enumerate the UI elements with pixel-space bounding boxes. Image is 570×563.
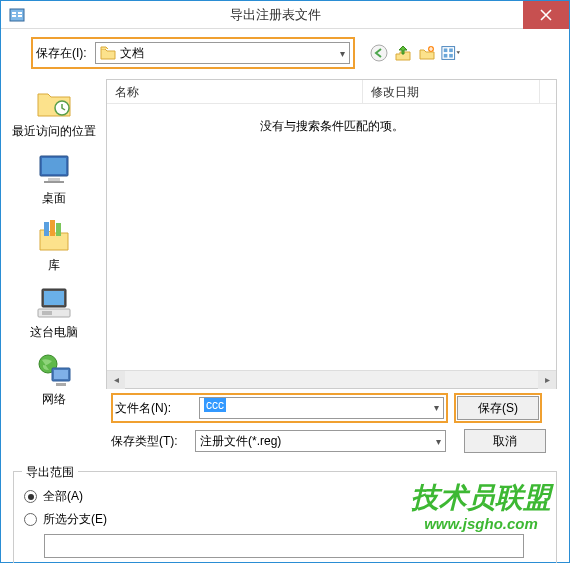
save-button[interactable]: 保存(S): [457, 396, 539, 420]
filetype-row: 保存类型(T): 注册文件(*.reg) ▾ 取消: [111, 429, 557, 453]
radio-branch-label: 所选分支(E): [43, 511, 107, 528]
up-icon: [394, 44, 412, 62]
svg-rect-2: [12, 15, 16, 17]
svg-rect-10: [443, 54, 447, 58]
filename-label: 文件名(N):: [115, 400, 193, 417]
filename-row: 文件名(N): ccc ▾ 保存(S): [111, 393, 557, 423]
sidebar-label: 库: [48, 257, 60, 274]
svg-rect-8: [443, 48, 447, 52]
titlebar: 导出注册表文件: [1, 1, 569, 29]
svg-rect-19: [56, 223, 61, 236]
column-spacer: [540, 80, 556, 103]
places-sidebar: 最近访问的位置 桌面 库 这台电脑: [1, 79, 106, 389]
filetype-label: 保存类型(T):: [111, 433, 189, 450]
svg-point-5: [371, 45, 387, 61]
window-title: 导出注册表文件: [27, 6, 523, 24]
filename-highlight: 文件名(N): ccc ▾: [111, 393, 448, 423]
svg-rect-17: [44, 222, 49, 236]
main-area: 最近访问的位置 桌面 库 这台电脑: [1, 79, 569, 389]
nav-icons: [369, 43, 461, 63]
savein-highlight: 保存在(I): 文档 ▾: [31, 37, 355, 69]
radio-branch[interactable]: [24, 513, 37, 526]
chevron-down-icon: ▾: [434, 402, 439, 413]
svg-rect-1: [12, 12, 16, 14]
svg-rect-26: [54, 370, 68, 379]
horizontal-scrollbar[interactable]: ◂ ▸: [107, 370, 556, 388]
savein-value: 文档: [120, 45, 144, 62]
svg-rect-11: [449, 54, 453, 58]
filetype-value: 注册文件(*.reg): [200, 433, 281, 450]
newfolder-icon: [418, 44, 436, 62]
sidebar-item-library[interactable]: 库: [34, 217, 74, 274]
radio-all[interactable]: [24, 490, 37, 503]
svg-rect-3: [18, 12, 22, 14]
svg-rect-18: [50, 220, 55, 236]
svg-rect-15: [48, 178, 60, 181]
up-button[interactable]: [393, 43, 413, 63]
column-name[interactable]: 名称: [107, 80, 363, 103]
app-icon: [7, 5, 27, 25]
chevron-down-icon: ▾: [436, 436, 441, 447]
column-date[interactable]: 修改日期: [363, 80, 540, 103]
savein-dropdown[interactable]: 文档 ▾: [95, 42, 350, 64]
network-icon: [34, 351, 74, 389]
close-button[interactable]: [523, 1, 569, 29]
svg-rect-16: [44, 181, 64, 183]
file-list-header: 名称 修改日期: [107, 80, 556, 104]
close-icon: [540, 9, 552, 21]
desktop-icon: [34, 150, 74, 188]
cancel-button[interactable]: 取消: [464, 429, 546, 453]
filetype-dropdown[interactable]: 注册文件(*.reg) ▾: [195, 430, 446, 452]
radio-branch-row[interactable]: 所选分支(E): [24, 511, 546, 528]
filename-input[interactable]: ccc ▾: [199, 397, 444, 419]
view-menu-button[interactable]: [441, 43, 461, 63]
svg-rect-21: [44, 291, 64, 305]
export-range-group: 导出范围 全部(A) 所选分支(E): [13, 471, 557, 563]
scroll-right-icon[interactable]: ▸: [538, 371, 556, 389]
savein-label: 保存在(I):: [36, 45, 87, 62]
radio-all-row[interactable]: 全部(A): [24, 488, 546, 505]
group-title: 导出范围: [22, 464, 78, 481]
sidebar-item-network[interactable]: 网络: [34, 351, 74, 408]
sidebar-label: 最近访问的位置: [12, 123, 96, 140]
library-icon: [34, 217, 74, 255]
empty-message: 没有与搜索条件匹配的项。: [107, 104, 556, 135]
savein-row: 保存在(I): 文档 ▾: [1, 29, 569, 79]
save-button-highlight: 保存(S): [454, 393, 542, 423]
svg-rect-14: [42, 158, 66, 174]
svg-rect-4: [18, 15, 22, 17]
back-icon: [370, 44, 388, 62]
recent-icon: [34, 83, 74, 121]
scroll-left-icon[interactable]: ◂: [107, 371, 125, 389]
sidebar-item-recent[interactable]: 最近访问的位置: [12, 83, 96, 140]
export-registry-dialog: 导出注册表文件 保存在(I): 文档 ▾: [0, 0, 570, 563]
folder-icon: [100, 46, 116, 60]
sidebar-label: 网络: [42, 391, 66, 408]
svg-rect-9: [449, 48, 453, 52]
bottom-form: 文件名(N): ccc ▾ 保存(S) 保存类型(T): 注册文件(*.reg)…: [1, 389, 569, 463]
filename-value: ccc: [204, 398, 226, 412]
sidebar-item-desktop[interactable]: 桌面: [34, 150, 74, 207]
view-icon: [441, 44, 461, 62]
back-button[interactable]: [369, 43, 389, 63]
sidebar-item-computer[interactable]: 这台电脑: [30, 284, 78, 341]
radio-all-label: 全部(A): [43, 488, 83, 505]
file-list: 名称 修改日期 没有与搜索条件匹配的项。 ◂ ▸: [106, 79, 557, 389]
svg-rect-23: [42, 311, 52, 315]
chevron-down-icon: ▾: [340, 48, 345, 59]
branch-path-input[interactable]: [44, 534, 524, 558]
svg-rect-27: [56, 383, 66, 386]
sidebar-label: 这台电脑: [30, 324, 78, 341]
computer-icon: [34, 284, 74, 322]
sidebar-label: 桌面: [42, 190, 66, 207]
newfolder-button[interactable]: [417, 43, 437, 63]
